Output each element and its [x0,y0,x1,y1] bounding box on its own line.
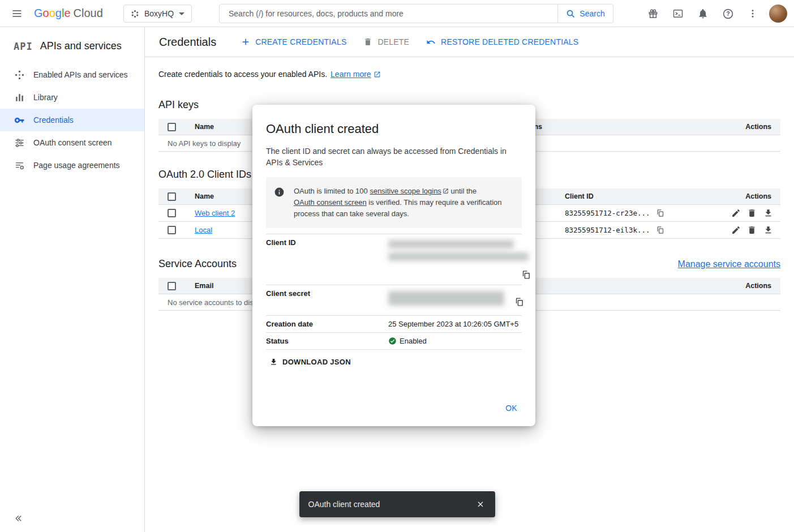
search-bar: Search [219,4,613,23]
chevron-down-icon [179,12,184,15]
cloud-shell-icon[interactable] [666,2,690,25]
client-id-redacted-value [388,240,514,248]
logo-letter: G [34,7,43,20]
client-id-value: 83255951712-eil3k... [565,226,650,234]
select-all-checkbox[interactable] [168,282,176,290]
page-title: Credentials [159,36,216,49]
manage-service-accounts-link[interactable]: Manage service accounts [678,259,780,269]
oauth-client-link[interactable]: Web client 2 [195,209,235,217]
status-value: Enabled [400,337,427,345]
collapse-sidebar-icon[interactable] [11,512,25,525]
oauth-client-link[interactable]: Local [195,226,212,234]
close-icon[interactable] [470,494,491,514]
sidebar-nav: API APIs and services Enabled APIs and s… [0,27,145,532]
create-credentials-button[interactable]: CREATE CREDENTIALS [241,37,346,46]
oauth-consent-screen-link[interactable]: OAuth consent screen [294,197,367,208]
more-vertical-icon[interactable] [741,2,765,25]
column-header-actions: Actions [729,282,780,290]
plus-icon [241,37,250,46]
logo-letter: e [64,7,70,20]
search-icon [566,9,576,19]
info-icon [274,187,285,220]
library-icon [14,92,25,103]
column-header-client-id: Client ID [565,192,729,200]
undo-icon [426,37,436,47]
copy-icon[interactable] [655,208,666,219]
google-cloud-logo[interactable]: G o o g l e Cloud [34,7,103,20]
sidebar-title: APIs and services [40,40,122,52]
delete-trash-icon[interactable] [746,223,759,238]
restore-deleted-credentials-button[interactable]: RESTORE DELETED CREDENTIALS [426,37,578,47]
external-link-icon [374,71,381,78]
key-icon [14,115,25,126]
sidebar-item-enabled-apis[interactable]: Enabled APIs and services [0,63,144,86]
delete-trash-icon[interactable] [746,206,759,221]
client-id-row: Client ID [266,234,522,285]
search-button[interactable]: Search [557,5,613,23]
account-avatar[interactable] [769,5,787,23]
download-icon[interactable] [762,223,775,238]
row-checkbox[interactable] [168,209,176,217]
notice-text: OAuth is limited to 100 sensitive scope … [294,186,514,220]
help-icon[interactable]: ? [716,2,740,25]
download-json-button[interactable]: DOWNLOAD JSON [269,358,351,366]
notifications-bell-icon[interactable] [691,2,715,25]
client-secret-label: Client secret [266,289,388,311]
status-row: Status Enabled [266,332,522,349]
sidebar-item-page-usage-agreements[interactable]: Page usage agreements [0,154,144,177]
svg-text:?: ? [726,10,729,17]
sidebar-item-library[interactable]: Library [0,86,144,109]
hamburger-menu-icon[interactable] [3,0,31,27]
column-header-actions: Actions [729,123,780,131]
sidebar-item-label: Page usage agreements [33,161,120,170]
learn-more-link[interactable]: Learn more [331,70,381,79]
agreements-icon [14,160,25,171]
edit-pencil-icon[interactable] [729,206,743,221]
select-all-checkbox[interactable] [168,123,176,131]
project-picker[interactable]: BoxyHQ [123,5,192,23]
status-enabled-check-icon [388,337,397,345]
copy-client-secret-icon[interactable] [513,296,525,308]
enabled-apis-icon [14,70,25,80]
search-input[interactable] [220,5,557,23]
external-link-icon [443,186,449,197]
row-checkbox[interactable] [168,226,176,234]
project-name: BoxyHQ [144,9,174,18]
sidebar-header: API APIs and services [0,27,144,63]
copy-icon[interactable] [655,225,666,236]
dialog-body-text: The client ID and secret can always be a… [266,145,522,168]
download-icon[interactable] [762,206,775,221]
logo-cloud-text: Cloud [74,7,103,20]
logo-letter: g [55,7,62,20]
sensitive-scope-logins-link[interactable]: sensitive scope logins [370,186,448,197]
delete-button[interactable]: DELETE [363,37,409,46]
notice-banner: OAuth is limited to 100 sensitive scope … [266,177,522,228]
client-secret-row: Client secret [266,285,522,315]
creation-date-row: Creation date 25 September 2023 at 10:26… [266,315,522,332]
creation-date-label: Creation date [266,320,388,328]
sidebar-item-label: Credentials [33,115,74,125]
trash-icon [363,37,372,46]
edit-pencil-icon[interactable] [729,223,743,238]
client-id-label: Client ID [266,238,388,281]
page-toolbar: Credentials CREATE CREDENTIALS DELETE RE… [145,27,794,57]
client-secret-redacted-value [388,291,504,306]
select-all-checkbox[interactable] [168,192,176,201]
sidebar-item-label: OAuth consent screen [33,138,112,147]
creation-date-value: 25 September 2023 at 10:26:05 GMT+5 [388,320,522,328]
sidebar-item-label: Enabled APIs and services [33,70,128,79]
ok-button[interactable]: OK [501,400,522,416]
logo-letter: o [43,7,49,20]
search-button-label: Search [580,9,604,18]
status-label: Status [266,337,388,345]
consent-screen-icon [14,138,25,148]
logo-letter: o [49,7,55,20]
offers-gift-icon[interactable] [641,2,665,25]
sidebar-item-oauth-consent-screen[interactable]: OAuth consent screen [0,131,144,154]
sidebar-item-credentials[interactable]: Credentials [0,109,144,131]
snackbar-message: OAuth client created [308,500,380,509]
copy-client-id-icon[interactable] [520,269,532,281]
client-id-value: 83255951712-cr23e... [565,209,650,217]
apis-product-icon: API [14,41,33,52]
service-accounts-title: Service Accounts [158,258,237,270]
